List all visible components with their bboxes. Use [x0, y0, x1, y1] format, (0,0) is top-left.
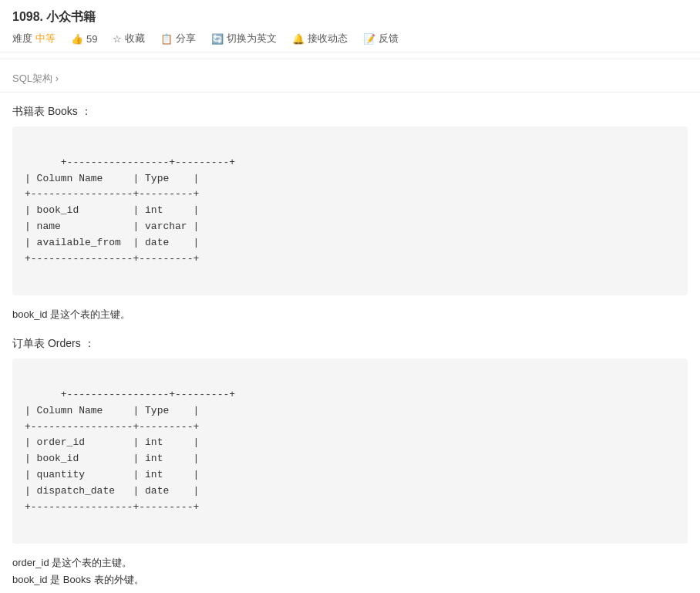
orders-foreign-key-note: book_id 是 Books 表的外键。	[12, 573, 688, 587]
bell-icon: 🔔	[292, 33, 305, 45]
books-primary-key-note: book_id 是这个表的主键。	[12, 308, 688, 322]
collect-label: 收藏	[125, 32, 145, 45]
difficulty-value: 中等	[35, 32, 56, 45]
breadcrumb-parent[interactable]: SQL架构	[12, 72, 52, 84]
header-divider	[0, 59, 700, 59]
translate-button[interactable]: 🔄 切换为英文	[211, 32, 277, 45]
orders-primary-key-note: order_id 是这个表的主键。	[12, 556, 688, 570]
orders-table-title: 订单表 Orders ：	[12, 337, 688, 351]
books-table-title: 书籍表 Books ：	[12, 105, 688, 119]
books-table-section: 书籍表 Books ： +-----------------+---------…	[12, 105, 688, 322]
header: 1098. 小众书籍 难度 中等 👍 59 ☆ 收藏 📋 分享 🔄 切换为英文 …	[0, 0, 700, 52]
share-button[interactable]: 📋 分享	[160, 32, 196, 45]
share-label: 分享	[176, 32, 196, 45]
feedback-button[interactable]: 📝 反馈	[363, 32, 399, 45]
breadcrumb: SQL架构 ›	[0, 66, 700, 93]
like-count: 59	[86, 33, 97, 45]
like-button[interactable]: 👍 59	[71, 33, 97, 45]
translate-label: 切换为英文	[227, 32, 277, 45]
orders-table-schema: +-----------------+---------+ | Column N…	[12, 359, 688, 544]
feedback-icon: 📝	[363, 33, 375, 45]
subscribe-button[interactable]: 🔔 接收动态	[292, 32, 348, 45]
share-icon: 📋	[160, 33, 173, 45]
difficulty-section: 难度 中等	[12, 32, 56, 45]
breadcrumb-separator: ›	[56, 72, 59, 84]
page-title: 1098. 小众书籍	[12, 9, 688, 25]
star-icon: ☆	[113, 33, 122, 45]
collect-button[interactable]: ☆ 收藏	[113, 32, 145, 45]
difficulty-label: 难度	[12, 32, 32, 45]
translate-icon: 🔄	[211, 33, 224, 45]
like-icon: 👍	[71, 33, 83, 45]
orders-table-section: 订单表 Orders ： +-----------------+--------…	[12, 337, 688, 587]
content-area: 书籍表 Books ： +-----------------+---------…	[0, 93, 700, 593]
books-table-schema: +-----------------+---------+ | Column N…	[12, 126, 688, 295]
subscribe-label: 接收动态	[308, 32, 348, 45]
toolbar: 难度 中等 👍 59 ☆ 收藏 📋 分享 🔄 切换为英文 🔔 接收动态 📝 反馈	[12, 32, 688, 45]
feedback-label: 反馈	[379, 32, 399, 45]
